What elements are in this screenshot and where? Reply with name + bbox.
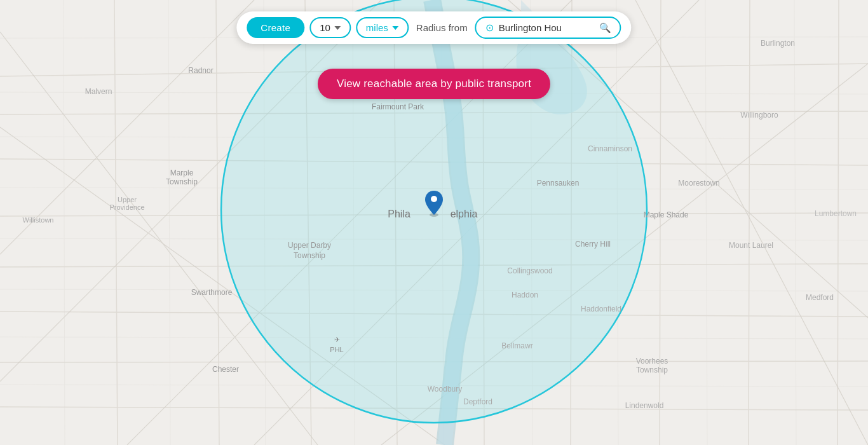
svg-text:Mount Laurel: Mount Laurel [729, 241, 773, 250]
toolbar: Create 10 miles Radius from ⊙ 🔍 [236, 11, 631, 44]
radius-number-selector[interactable]: 10 [309, 17, 351, 38]
svg-point-81 [431, 196, 437, 202]
svg-text:PHL: PHL [330, 346, 343, 353]
svg-text:Cherry Hill: Cherry Hill [575, 240, 611, 249]
svg-text:Providence: Providence [109, 203, 144, 211]
radius-from-label: Radius from [414, 22, 470, 33]
svg-text:Voorhees: Voorhees [636, 357, 668, 366]
svg-text:Cinnaminson: Cinnaminson [588, 144, 632, 153]
svg-text:Pennsauken: Pennsauken [537, 179, 580, 188]
svg-text:Phila: Phila [388, 209, 410, 219]
svg-text:Upper: Upper [118, 196, 137, 203]
svg-text:Haddonfield: Haddonfield [581, 305, 621, 313]
svg-text:Township: Township [166, 177, 198, 186]
svg-text:Haddon: Haddon [512, 291, 538, 299]
radius-number-value: 10 [320, 22, 330, 33]
svg-text:✈: ✈ [334, 336, 340, 343]
svg-text:Malvern: Malvern [85, 87, 112, 96]
svg-text:Burlington: Burlington [761, 39, 795, 48]
svg-text:Deptford: Deptford [463, 397, 492, 406]
svg-text:Township: Township [636, 366, 668, 374]
svg-text:Medford: Medford [806, 293, 834, 302]
svg-text:Swarthmore: Swarthmore [191, 288, 233, 297]
svg-text:elphia: elphia [451, 209, 478, 219]
svg-text:Willistown: Willistown [23, 216, 54, 224]
svg-text:Maple Shade: Maple Shade [644, 210, 689, 219]
svg-text:Moorestown: Moorestown [678, 179, 719, 188]
radius-number-chevron-icon [334, 26, 341, 30]
svg-text:Chester: Chester [212, 365, 239, 374]
location-dot-icon: ⊙ [485, 22, 494, 34]
search-icon[interactable]: 🔍 [599, 22, 611, 34]
svg-text:Lumbertown: Lumbertown [815, 209, 857, 218]
radius-unit-selector[interactable]: miles [356, 17, 409, 38]
svg-text:Collingswood: Collingswood [507, 266, 552, 275]
location-search-box[interactable]: ⊙ 🔍 [475, 17, 621, 39]
radius-unit-value: miles [366, 22, 388, 33]
svg-text:Upper Darby: Upper Darby [288, 241, 331, 250]
svg-text:Fairmount Park: Fairmount Park [372, 102, 424, 111]
svg-text:Radnor: Radnor [188, 66, 213, 75]
radius-unit-chevron-icon [392, 26, 398, 30]
view-transport-button[interactable]: View reachable area by public transport [318, 69, 550, 99]
create-button[interactable]: Create [247, 17, 304, 38]
svg-text:Township: Township [294, 251, 325, 260]
svg-text:Woodbury: Woodbury [428, 385, 462, 394]
location-search-input[interactable] [499, 22, 594, 33]
svg-text:Lindenwold: Lindenwold [625, 401, 664, 410]
map-background: Fairmount Park Phila elphia Upper Darby … [0, 0, 868, 445]
svg-text:Bellmawr: Bellmawr [501, 341, 532, 350]
map-container: Fairmount Park Phila elphia Upper Darby … [0, 0, 868, 445]
svg-text:Marple: Marple [170, 168, 194, 177]
svg-text:Willingboro: Willingboro [740, 111, 778, 120]
